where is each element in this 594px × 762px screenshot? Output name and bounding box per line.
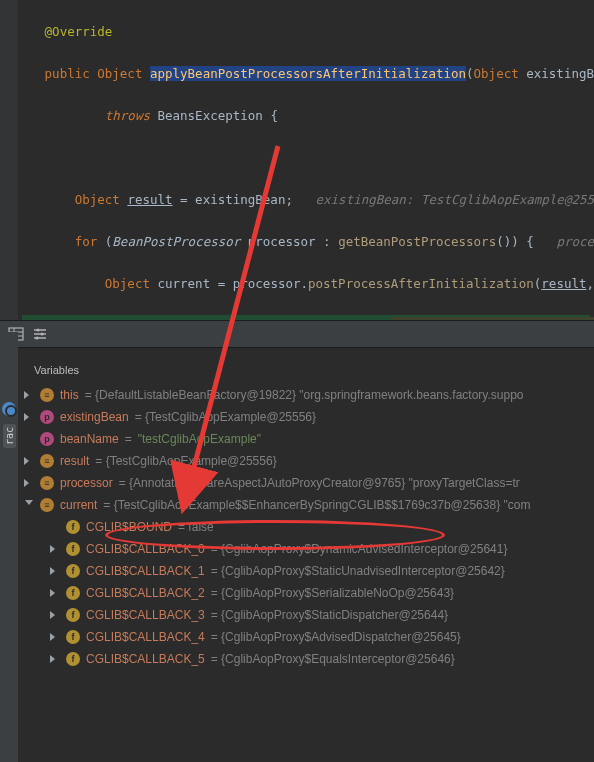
chevron-right-icon[interactable] — [50, 544, 60, 554]
var-row[interactable]: ≡current = {TestCglibAopExample$$Enhance… — [0, 494, 594, 516]
left-sidebar: rac — [0, 332, 18, 762]
var-name: this — [60, 388, 79, 402]
chevron-right-icon[interactable] — [50, 632, 60, 642]
var-name: processor — [60, 476, 113, 490]
var-value: = {CglibAopProxy$AdvisedDispatcher@25645… — [211, 630, 461, 644]
obj-badge-icon: ≡ — [40, 454, 54, 468]
var-row[interactable]: fCGLIB$CALLBACK_3 = {CglibAopProxy$Stati… — [0, 604, 594, 626]
var-name: beanName — [60, 432, 119, 446]
var-row[interactable]: ≡result = {TestCglibAopExample@25556} — [0, 450, 594, 472]
annotation: @Override — [45, 24, 113, 39]
var-value: = {CglibAopProxy$EqualsInterceptor@25646… — [211, 652, 455, 666]
var-row[interactable]: fCGLIB$CALLBACK_1 = {CglibAopProxy$Stati… — [0, 560, 594, 582]
var-name: CGLIB$CALLBACK_4 — [86, 630, 205, 644]
var-name: existingBean — [60, 410, 129, 424]
chevron-right-icon[interactable] — [50, 588, 60, 598]
var-value: = {CglibAopProxy$SerializableNoOp@25643} — [211, 586, 454, 600]
field-badge-icon: f — [66, 586, 80, 600]
var-value: = {CglibAopProxy$DynamicAdvisedIntercept… — [211, 542, 508, 556]
inline-hint: existingBean: TestCglibAopExample@25556 — [316, 192, 594, 207]
chevron-down-icon[interactable] — [24, 500, 34, 510]
chevron-right-icon[interactable] — [50, 566, 60, 576]
var-value: = {AnnotationAwareAspectJAutoProxyCreato… — [119, 476, 520, 490]
svg-point-5 — [37, 329, 40, 332]
variables-panel: Variables ≡this = {DefaultListableBeanFa… — [0, 348, 594, 690]
code-editor[interactable]: @Override public Object applyBeanPostPro… — [0, 0, 594, 320]
settings-icon[interactable] — [32, 326, 48, 342]
filter-icon[interactable] — [2, 402, 16, 416]
obj-badge-icon: ≡ — [40, 476, 54, 490]
var-name: result — [60, 454, 89, 468]
side-tab[interactable]: rac — [3, 424, 16, 448]
var-row[interactable]: fCGLIB$CALLBACK_2 = {CglibAopProxy$Seria… — [0, 582, 594, 604]
spacer — [50, 522, 60, 532]
var-value: = {TestCglibAopExample$$EnhancerBySpring… — [103, 498, 530, 512]
obj-badge-icon: ≡ — [40, 388, 54, 402]
param-badge-icon: p — [40, 410, 54, 424]
var-name: CGLIB$CALLBACK_0 — [86, 542, 205, 556]
chevron-right-icon[interactable] — [50, 610, 60, 620]
var-name: CGLIB$CALLBACK_5 — [86, 652, 205, 666]
obj-badge-icon: ≡ — [40, 498, 54, 512]
var-name: CGLIB$BOUND — [86, 520, 172, 534]
var-value: = {CglibAopProxy$StaticUnadvisedIntercep… — [211, 564, 505, 578]
var-name: CGLIB$CALLBACK_3 — [86, 608, 205, 622]
spacer — [24, 434, 34, 444]
field-badge-icon: f — [66, 608, 80, 622]
chevron-right-icon[interactable] — [24, 456, 34, 466]
svg-point-7 — [41, 333, 44, 336]
var-string-value: "testCglibAopExample" — [138, 432, 261, 446]
var-row[interactable]: fCGLIB$CALLBACK_4 = {CglibAopProxy$Advis… — [0, 626, 594, 648]
var-row[interactable]: fCGLIB$BOUND = false — [0, 516, 594, 538]
var-value: = false — [178, 520, 214, 534]
var-row[interactable]: pexistingBean = {TestCglibAopExample@255… — [0, 406, 594, 428]
var-row[interactable]: pbeanName = "testCglibAopExample" — [0, 428, 594, 450]
svg-point-9 — [36, 337, 39, 340]
field-badge-icon: f — [66, 520, 80, 534]
var-value: = {TestCglibAopExample@25556} — [135, 410, 316, 424]
method-name: applyBeanPostProcessorsAfterInitializati… — [150, 66, 466, 81]
chevron-right-icon[interactable] — [24, 412, 34, 422]
field-badge-icon: f — [66, 564, 80, 578]
field-badge-icon: f — [66, 652, 80, 666]
var-row[interactable]: fCGLIB$CALLBACK_5 = {CglibAopProxy$Equal… — [0, 648, 594, 670]
debug-toolbar — [0, 320, 594, 348]
var-name: CGLIB$CALLBACK_2 — [86, 586, 205, 600]
chevron-right-icon[interactable] — [24, 390, 34, 400]
editor-gutter — [0, 0, 18, 320]
var-row[interactable]: ≡processor = {AnnotationAwareAspectJAuto… — [0, 472, 594, 494]
var-row[interactable]: fCGLIB$CALLBACK_0 = {CglibAopProxy$Dynam… — [0, 538, 594, 560]
var-value: = {CglibAopProxy$StaticDispatcher@25644} — [211, 608, 448, 622]
param-badge-icon: p — [40, 432, 54, 446]
code-body: @Override public Object applyBeanPostPro… — [18, 0, 594, 320]
hint-overlay: .t — [391, 317, 594, 320]
var-row[interactable]: ≡this = {DefaultListableBeanFactory@1982… — [0, 384, 594, 406]
field-badge-icon: f — [66, 542, 80, 556]
var-value: = — [125, 432, 132, 446]
chevron-right-icon[interactable] — [50, 654, 60, 664]
var-value: = {DefaultListableBeanFactory@19822} "or… — [85, 388, 524, 402]
var-name: current — [60, 498, 97, 512]
var-name: CGLIB$CALLBACK_1 — [86, 564, 205, 578]
var-value: = {TestCglibAopExample@25556} — [95, 454, 276, 468]
variables-label: Variables — [0, 348, 594, 384]
chevron-right-icon[interactable] — [24, 478, 34, 488]
field-badge-icon: f — [66, 630, 80, 644]
